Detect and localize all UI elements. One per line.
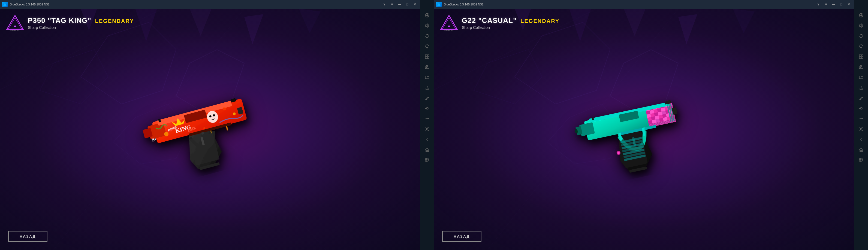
svg-point-167: [860, 14, 862, 16]
minimize-btn-left[interactable]: —: [396, 2, 403, 7]
svg-text:▲: ▲: [13, 24, 17, 28]
bluestacks-logo-right: [436, 2, 442, 7]
right-sidebar-home-icon[interactable]: [857, 145, 866, 154]
right-sidebar-back-icon[interactable]: [857, 135, 866, 144]
right-header-text: G22 "CASUAL" LEGENDARY Sharp Collection: [462, 14, 559, 30]
svg-marker-63: [426, 86, 428, 87]
right-sidebar-apps-icon[interactable]: [857, 156, 866, 165]
sidebar-camera-icon[interactable]: [423, 63, 432, 71]
right-sidebar-pen-icon[interactable]: [857, 94, 866, 102]
svg-rect-59: [428, 57, 429, 59]
center-sidebar: [421, 9, 434, 250]
window-controls-right[interactable]: ? ≡ — □ ✕: [815, 2, 852, 7]
svg-marker-53: [426, 24, 428, 28]
svg-rect-192: [859, 161, 861, 162]
svg-point-70: [426, 128, 428, 130]
left-weapon-rarity: LEGENDARY: [95, 18, 134, 24]
svg-rect-175: [859, 55, 861, 57]
title-bar-right: BlueStacks 5.3.145.1002 N32 ? ≡ — □ ✕: [434, 0, 855, 9]
sidebar-rotate-icon[interactable]: [423, 32, 432, 40]
sidebar-folder-icon[interactable]: [423, 73, 432, 82]
svg-rect-178: [862, 57, 863, 59]
sidebar-back-icon[interactable]: [423, 135, 432, 144]
right-sidebar: [855, 9, 868, 250]
menu-btn-right[interactable]: ≡: [823, 2, 829, 7]
svg-rect-74: [425, 161, 427, 162]
svg-rect-189: [861, 150, 862, 152]
sidebar-eye-icon[interactable]: [423, 104, 432, 113]
title-text-left: BlueStacks 5.3.145.1002 N32: [10, 3, 50, 6]
right-sidebar-dots-icon[interactable]: [857, 114, 866, 123]
svg-point-180: [860, 66, 862, 68]
window-controls-left[interactable]: ? ≡ — □ ✕: [381, 2, 418, 7]
svg-rect-177: [859, 57, 861, 59]
maximize-btn-right[interactable]: □: [838, 2, 844, 7]
svg-point-66: [426, 108, 428, 109]
right-weapon-name: G22 "CASUAL": [462, 16, 517, 25]
title-bars-row: BlueStacks 5.3.145.1002 N32 ? ≡ — □ ✕ Bl…: [0, 0, 868, 9]
left-weapon-name: P350 "TAG KING": [28, 16, 91, 25]
bluestacks-logo-left: [2, 2, 8, 7]
right-sidebar-rotate2-icon[interactable]: [857, 42, 866, 51]
svg-text:S•: S•: [152, 137, 156, 142]
right-weapon-rarity: LEGENDARY: [520, 18, 559, 24]
title-bar-right-section: BlueStacks 5.3.145.1002 N32: [436, 2, 484, 7]
svg-marker-172: [860, 24, 862, 28]
svg-rect-72: [425, 158, 427, 159]
svg-text:COLLECTION: COLLECTION: [443, 29, 454, 31]
p350-tag-king-gun: KING S• BMX: [134, 78, 286, 181]
svg-point-61: [426, 66, 428, 68]
sidebar-volume-icon[interactable]: [423, 21, 432, 30]
panels-wrapper: ▲ COLLECTION P350 "TAG KING" LEGENDARY S…: [0, 9, 868, 250]
minimize-btn-right[interactable]: —: [830, 2, 837, 7]
maximize-btn-left[interactable]: □: [404, 2, 410, 7]
sidebar-home-icon[interactable]: [423, 145, 432, 154]
svg-point-68: [427, 118, 428, 119]
sidebar-settings-icon[interactable]: [423, 125, 432, 134]
sidebar-scroll-icon[interactable]: [423, 11, 432, 20]
sidebar-apps-icon[interactable]: [423, 156, 432, 165]
right-sidebar-upload-icon[interactable]: [857, 83, 866, 92]
svg-marker-1: [437, 3, 440, 6]
sidebar-dots-icon[interactable]: [423, 114, 432, 123]
sidebar-rotate2-icon[interactable]: [423, 42, 432, 51]
svg-point-69: [428, 118, 429, 119]
svg-point-184: [860, 108, 862, 109]
svg-text:COLLECTION: COLLECTION: [9, 29, 20, 31]
right-weapon-display: [562, 75, 726, 184]
title-bar-left-section: BlueStacks 5.3.145.1002 N32: [2, 2, 50, 7]
svg-point-67: [426, 118, 427, 119]
right-sidebar-scroll-icon[interactable]: [857, 11, 866, 20]
svg-point-186: [861, 118, 862, 119]
close-btn-left[interactable]: ✕: [412, 2, 418, 7]
left-game-header: ▲ COLLECTION P350 "TAG KING" LEGENDARY S…: [5, 14, 134, 33]
right-sidebar-camera-icon[interactable]: [857, 63, 866, 71]
left-logo-svg: ▲ COLLECTION: [5, 14, 25, 33]
left-game-panel: ▲ COLLECTION P350 "TAG KING" LEGENDARY S…: [0, 9, 421, 250]
right-back-button[interactable]: НАЗАД: [442, 231, 482, 242]
title-text-right: BlueStacks 5.3.145.1002 N32: [444, 3, 484, 6]
right-sidebar-volume-icon[interactable]: [857, 21, 866, 30]
right-sidebar-rotate-icon[interactable]: [857, 32, 866, 40]
right-sidebar-folder-icon[interactable]: [857, 73, 866, 82]
svg-rect-71: [427, 150, 428, 152]
sidebar-grid-icon[interactable]: [423, 52, 432, 61]
right-sidebar-eye-icon[interactable]: [857, 104, 866, 113]
right-sidebar-grid-icon[interactable]: [857, 52, 866, 61]
svg-rect-57: [428, 55, 429, 57]
left-back-button[interactable]: НАЗАД: [8, 231, 48, 242]
menu-btn-left[interactable]: ≡: [389, 2, 395, 7]
svg-text:▲: ▲: [447, 24, 451, 28]
left-collection-logo: ▲ COLLECTION: [5, 14, 25, 33]
help-btn-left[interactable]: ?: [381, 2, 388, 7]
svg-rect-193: [862, 161, 863, 162]
right-sidebar-settings-icon[interactable]: [857, 125, 866, 134]
svg-point-187: [862, 118, 863, 119]
right-game-panel: ▲ COLLECTION G22 "CASUAL" LEGENDARY Shar…: [434, 9, 855, 250]
close-btn-right[interactable]: ✕: [846, 2, 852, 7]
help-btn-right[interactable]: ?: [815, 2, 822, 7]
left-weapon-title-row: P350 "TAG KING" LEGENDARY: [28, 16, 134, 25]
svg-point-185: [860, 118, 861, 119]
sidebar-upload-icon[interactable]: [423, 83, 432, 92]
sidebar-pen-icon[interactable]: [423, 94, 432, 102]
